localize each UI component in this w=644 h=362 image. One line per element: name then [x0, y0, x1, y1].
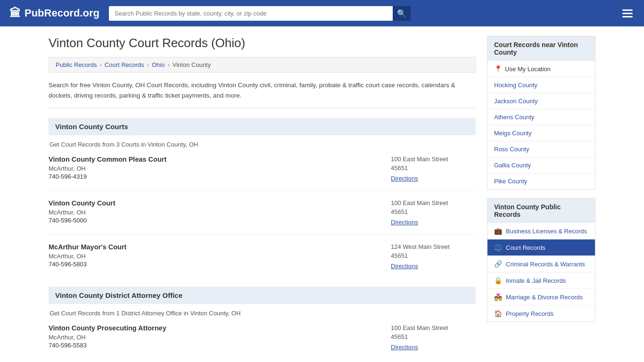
record-label: Inmate & Jail Records [506, 277, 566, 284]
search-button[interactable]: 🔍 [393, 6, 411, 21]
breadcrumb: Public Records › Court Records › Ohio › … [49, 57, 476, 73]
court-phone: 740-596-4319 [49, 173, 381, 180]
county-label: Gallia County [494, 162, 531, 169]
page-title: Vinton County Court Records (Ohio) [49, 36, 476, 50]
site-logo[interactable]: 🏛 PubRecord.org [9, 7, 99, 20]
sidebar: Court Records near Vinton County 📍 Use M… [487, 36, 595, 362]
da-office-entry: Vinton County Prosecuting Attorney McArt… [49, 324, 476, 359]
record-label: Property Records [506, 310, 553, 317]
building-icon: 🏛 [9, 7, 21, 20]
menu-icon-bar [622, 16, 633, 17]
record-item-inmate[interactable]: 🔒 Inmate & Jail Records [487, 272, 595, 289]
record-label: Court Records [506, 244, 545, 251]
logo-text: PubRecord.org [25, 7, 99, 19]
sidebar-item-meigs[interactable]: Meigs County [487, 125, 595, 141]
record-label: Business Licenses & Records [506, 228, 587, 235]
scales-icon: ⚖️ [494, 244, 502, 251]
county-label: Athens County [494, 114, 534, 121]
record-label: Criminal Records & Warrants [506, 261, 585, 268]
court-name[interactable]: Vinton County Court [49, 199, 381, 207]
lock-icon: 🔒 [494, 277, 502, 284]
breadcrumb-sep-3: › [167, 61, 169, 68]
sidebar-item-athens[interactable]: Athens County [487, 109, 595, 125]
da-left: Vinton County Prosecuting Attorney McArt… [49, 324, 381, 351]
court-left: Vinton County Common Pleas Court McArthu… [49, 156, 381, 182]
directions-link[interactable]: Directions [391, 219, 418, 226]
da-right: 100 East Main Street 45651 Directions [381, 324, 476, 351]
county-label: Pike County [494, 178, 527, 185]
record-label: Marriage & Divorce Records [506, 294, 583, 301]
breadcrumb-public-records[interactable]: Public Records [56, 61, 97, 68]
breadcrumb-court-records[interactable]: Court Records [105, 61, 144, 68]
court-zip: 45651 [391, 252, 476, 259]
court-left: Vinton County Court McArthur, OH 740-596… [49, 199, 381, 226]
nearby-header: Court Records near Vinton County [487, 36, 595, 61]
breadcrumb-ohio[interactable]: Ohio [152, 61, 165, 68]
menu-icon-bar [622, 9, 633, 11]
da-directions-link[interactable]: Directions [391, 344, 418, 351]
house-icon: 🏠 [494, 310, 502, 317]
court-entry: Vinton County Common Pleas Court McArthu… [49, 156, 476, 191]
court-city: McArthur, OH [49, 209, 381, 216]
county-label: Meigs County [494, 130, 531, 137]
directions-link[interactable]: Directions [391, 263, 418, 270]
records-header: Vinton County Public Records [487, 198, 595, 223]
county-label: Jackson County [494, 98, 538, 105]
breadcrumb-sep-1: › [99, 61, 101, 68]
record-item-property[interactable]: 🏠 Property Records [487, 305, 595, 321]
location-pin-icon: 📍 [494, 65, 502, 73]
record-item-business[interactable]: 💼 Business Licenses & Records [487, 223, 595, 239]
search-icon: 🔍 [397, 9, 406, 18]
da-section-header: Vinton County District Attorney Office [49, 287, 476, 304]
menu-button[interactable] [620, 8, 635, 19]
court-zip: 45651 [391, 165, 476, 172]
court-city: McArthur, OH [49, 165, 381, 172]
use-location-label: Use My Location [505, 66, 551, 73]
sidebar-item-jackson[interactable]: Jackson County [487, 93, 595, 109]
court-name[interactable]: McArthur Mayor's Court [49, 243, 381, 251]
court-entry: McArthur Mayor's Court McArthur, OH 740-… [49, 243, 476, 278]
record-item-criminal[interactable]: 🔗 Criminal Records & Warrants [487, 256, 595, 272]
link-icon: 🔗 [494, 260, 502, 268]
rings-icon: 💑 [494, 293, 502, 301]
court-phone: 740-596-5000 [49, 217, 381, 224]
da-section: Vinton County District Attorney Office G… [49, 287, 476, 359]
briefcase-icon: 💼 [494, 227, 502, 235]
court-city: McArthur, OH [49, 253, 381, 260]
courts-section-header: Vinton County Courts [49, 118, 476, 135]
da-address: 100 East Main Street [391, 324, 476, 331]
court-right: 100 East Main Street 45651 Directions [381, 199, 476, 226]
court-entry: Vinton County Court McArthur, OH 740-596… [49, 199, 476, 235]
records-list: 💼 Business Licenses & Records ⚖️ Court R… [487, 223, 595, 322]
da-name[interactable]: Vinton County Prosecuting Attorney [49, 324, 381, 332]
sidebar-item-ross[interactable]: Ross County [487, 141, 595, 157]
search-input[interactable] [109, 6, 411, 21]
use-location-item[interactable]: 📍 Use My Location [487, 61, 595, 77]
court-phone: 740-596-5803 [49, 261, 381, 268]
county-label: Ross County [494, 146, 529, 153]
court-right: 100 East Main Street 45651 Directions [381, 156, 476, 182]
directions-link[interactable]: Directions [391, 175, 418, 182]
courts-section: Vinton County Courts Get Court Records f… [49, 118, 476, 278]
site-header: 🏛 PubRecord.org 🔍 [0, 0, 644, 26]
da-zip: 45651 [391, 333, 476, 340]
da-city: McArthur, OH [49, 334, 381, 341]
sidebar-item-hocking[interactable]: Hocking County [487, 77, 595, 93]
search-bar: 🔍 [109, 6, 411, 21]
court-address: 124 West Main Street [391, 243, 476, 250]
court-address: 100 East Main Street [391, 156, 476, 163]
court-left: McArthur Mayor's Court McArthur, OH 740-… [49, 243, 381, 270]
court-zip: 45651 [391, 208, 476, 215]
court-address: 100 East Main Street [391, 199, 476, 206]
da-phone: 740-596-5583 [49, 342, 381, 349]
breadcrumb-sep-2: › [147, 61, 149, 68]
nearby-counties-list: 📍 Use My Location Hocking County Jackson… [487, 61, 595, 189]
record-item-court[interactable]: ⚖️ Court Records [487, 239, 595, 256]
menu-icon-bar [622, 13, 633, 14]
court-name[interactable]: Vinton County Common Pleas Court [49, 156, 381, 163]
sidebar-item-pike[interactable]: Pike County [487, 173, 595, 189]
record-item-marriage[interactable]: 💑 Marriage & Divorce Records [487, 289, 595, 305]
da-subtext: Get Court Records from 1 District Attorn… [49, 310, 476, 317]
sidebar-item-gallia[interactable]: Gallia County [487, 157, 595, 173]
main-content: Vinton County Court Records (Ohio) Publi… [49, 36, 476, 362]
